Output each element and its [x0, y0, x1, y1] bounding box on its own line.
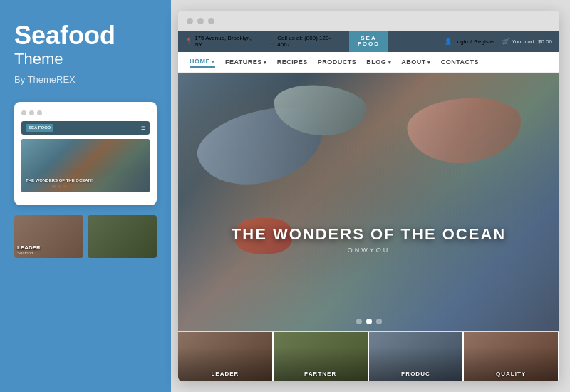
desktop-titlebar	[178, 11, 559, 31]
mini-logo: SEA FOOD	[26, 124, 53, 132]
thumb-item-4[interactable]: QUALITY	[464, 332, 559, 381]
mini-hero-text: THE WONDERS OF THE OCEAN!	[26, 178, 93, 182]
hero-text-content: THE WONDERS OF THE OCEAN ONWYOU	[232, 225, 506, 254]
hero-dot-1[interactable]	[356, 319, 362, 324]
topbar-address: 📍 175 Avenue, Brooklyn, NY	[185, 35, 259, 48]
mini-hero-background	[21, 139, 150, 192]
location-icon: 📍	[185, 38, 192, 45]
nav-item-home[interactable]: HOME	[190, 56, 215, 68]
topbar-contact-info: 📍 175 Avenue, Brooklyn, NY 📞 Call us at:…	[185, 35, 342, 48]
hero-title: THE WONDERS OF THE OCEAN	[232, 225, 506, 244]
mini-thumbnail-cards: LEADER Seafood	[14, 215, 157, 258]
nav-item-products[interactable]: PRODUCTS	[318, 57, 357, 67]
right-panel: 📍 175 Avenue, Brooklyn, NY 📞 Call us at:…	[171, 0, 570, 392]
thumb-label-2: PARTNER	[274, 371, 368, 377]
thumb-item-3[interactable]: PRODUC	[369, 332, 465, 381]
thumb-label-1: LEADER	[178, 371, 272, 377]
hero-dot-2[interactable]	[366, 319, 372, 324]
nav-item-blog[interactable]: BLOG	[366, 57, 391, 67]
mini-card-1-label: LEADER	[17, 244, 41, 251]
desktop-mockup: 📍 175 Avenue, Brooklyn, NY 📞 Call us at:…	[178, 11, 559, 381]
register-text: Register	[474, 38, 495, 45]
cart-amount: $0.00	[538, 38, 552, 45]
mini-hero-section: THE WONDERS OF THE OCEAN!	[21, 139, 150, 192]
thumb-item-1[interactable]: LEADER	[178, 332, 274, 381]
nav-item-recipes[interactable]: RECIPES	[277, 57, 308, 67]
cart-button[interactable]: 🛒 Your cart: $0.00	[502, 38, 552, 45]
mini-dot-2	[29, 110, 34, 115]
phone-text: Call us at: (800) 123-4567	[277, 35, 342, 48]
topbar-phone: 📞 Call us at: (800) 123-4567	[268, 35, 342, 48]
mini-hamburger-icon: ≡	[141, 124, 145, 132]
titlebar-dot-1	[187, 18, 193, 24]
hero-subtitle: ONWYOU	[232, 247, 506, 254]
byline-text: By ThemeREX	[14, 74, 157, 85]
title-text: Seafood	[14, 21, 157, 50]
hero-section: THE WONDERS OF THE OCEAN ONWYOU	[178, 73, 559, 331]
cart-label: Your cart:	[512, 38, 536, 45]
nav-item-about[interactable]: ABOUT	[401, 57, 430, 67]
site-logo[interactable]: SEA FOOD	[349, 31, 388, 52]
mini-card-1-sub: Seafood	[17, 251, 41, 255]
cart-icon: 🛒	[502, 38, 509, 45]
mini-dot-1	[21, 110, 26, 115]
fish-decorations	[178, 73, 559, 331]
titlebar-dot-2	[197, 18, 204, 24]
user-icon: 👤	[445, 38, 452, 45]
ice-overlay	[178, 73, 559, 331]
hero-dot-3[interactable]	[376, 319, 382, 324]
thumb-label-4: QUALITY	[464, 371, 558, 377]
left-panel: Seafood Theme By ThemeREX SEA FOOD ≡ THE…	[0, 0, 171, 392]
mini-site-header: SEA FOOD ≡	[21, 121, 150, 135]
nav-item-features[interactable]: FEATURES	[225, 57, 267, 67]
thumbnail-row: LEADER PARTNER PRODUC QUALITY	[178, 331, 559, 381]
login-link[interactable]: 👤 Login / Register	[445, 38, 495, 45]
hero-slide-indicators	[356, 319, 382, 324]
mini-dot-3	[37, 110, 42, 115]
topbar-left-section: 📍 175 Avenue, Brooklyn, NY 📞 Call us at:…	[178, 31, 349, 52]
address-text: 175 Avenue, Brooklyn, NY	[195, 35, 259, 48]
mini-card-1: LEADER Seafood	[14, 215, 83, 258]
thumb-item-2[interactable]: PARTNER	[274, 332, 369, 381]
topbar-right-section: 👤 Login / Register 🛒 Your cart: $0.00	[388, 31, 559, 52]
titlebar-dot-3	[208, 18, 214, 24]
site-header: 📍 175 Avenue, Brooklyn, NY 📞 Call us at:…	[178, 31, 559, 52]
mini-titlebar-dots	[21, 110, 150, 115]
mini-card-1-content: LEADER Seafood	[17, 244, 41, 255]
logo-text: SEA FOOD	[358, 36, 380, 47]
subtitle-text: Theme	[14, 50, 157, 68]
nav-item-contacts[interactable]: CONTACTS	[441, 57, 479, 67]
mini-card-2	[88, 215, 157, 258]
site-navigation: HOME FEATURES RECIPES PRODUCTS BLOG ABOU…	[178, 52, 559, 73]
theme-title: Seafood Theme By ThemeREX	[14, 21, 157, 85]
login-text: Login	[454, 38, 468, 45]
phone-icon: 📞	[268, 38, 275, 45]
mini-device-mockup: SEA FOOD ≡ THE WONDERS OF THE OCEAN!	[14, 102, 157, 205]
thumb-label-3: PRODUC	[369, 371, 463, 377]
